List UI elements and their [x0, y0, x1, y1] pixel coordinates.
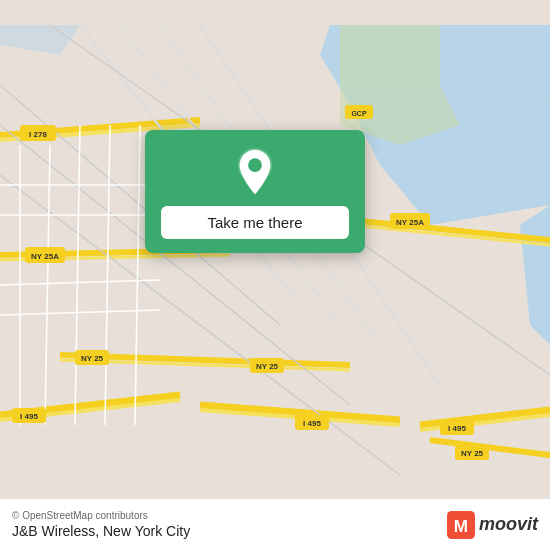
svg-rect-5	[340, 25, 440, 85]
bottom-left-info: © OpenStreetMap contributors J&B Wireles…	[12, 510, 190, 539]
popup-card: Take me there	[145, 130, 365, 253]
moovit-logo: M moovit	[447, 511, 538, 539]
svg-text:I 495: I 495	[448, 424, 466, 433]
map-container: I 278 NY 25A NY 25A GCP NY 25 NY 25 NY 2…	[0, 0, 550, 550]
take-me-there-button[interactable]: Take me there	[161, 206, 349, 239]
map-background: I 278 NY 25A NY 25A GCP NY 25 NY 25 NY 2…	[0, 0, 550, 550]
svg-text:NY 25: NY 25	[256, 362, 279, 371]
svg-text:I 495: I 495	[20, 412, 38, 421]
bottom-bar: © OpenStreetMap contributors J&B Wireles…	[0, 498, 550, 550]
moovit-wordmark: moovit	[479, 514, 538, 535]
svg-text:I 495: I 495	[303, 419, 321, 428]
location-pin-icon	[231, 148, 279, 196]
svg-text:NY 25A: NY 25A	[31, 252, 59, 261]
svg-text:NY 25: NY 25	[81, 354, 104, 363]
location-name: J&B Wireless, New York City	[12, 523, 190, 539]
svg-text:NY 25A: NY 25A	[396, 218, 424, 227]
svg-text:GCP: GCP	[351, 110, 367, 117]
svg-text:I 278: I 278	[29, 130, 47, 139]
svg-text:NY 25: NY 25	[461, 449, 484, 458]
moovit-icon: M	[447, 511, 475, 539]
svg-point-60	[248, 158, 262, 172]
osm-attribution: © OpenStreetMap contributors	[12, 510, 190, 521]
svg-text:M: M	[454, 517, 468, 536]
